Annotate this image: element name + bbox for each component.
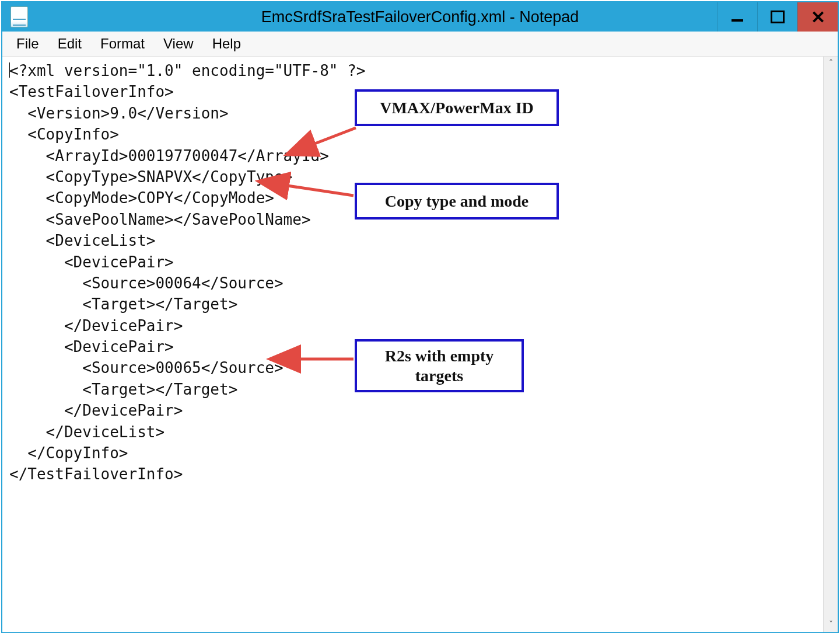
menu-view[interactable]: View xyxy=(154,33,203,54)
minimize-icon xyxy=(732,19,743,22)
arrow-arrayid xyxy=(302,126,358,150)
notepad-icon xyxy=(10,6,28,27)
xml-arrayid: <ArrayId>000197700047</ArrayId> xyxy=(9,147,329,165)
arrow-devices xyxy=(287,353,357,365)
menu-file[interactable]: File xyxy=(7,33,48,54)
xml-copytype: <CopyType>SNAPVX</CopyType> xyxy=(9,168,292,186)
xml-dp2-tgt: <Target></Target> xyxy=(9,381,237,398)
maximize-button[interactable] xyxy=(757,2,797,32)
callout-arrayid: VMAX/PowerMax ID xyxy=(355,89,559,126)
vertical-scrollbar[interactable]: ˄ ˅ xyxy=(823,57,838,632)
minimize-button[interactable] xyxy=(717,2,757,32)
menu-help[interactable]: Help xyxy=(203,33,250,54)
xml-version: <Version>9.0</Version> xyxy=(9,104,229,122)
callout-devices-text: R2s with empty targets xyxy=(385,347,494,385)
xml-copyinfo-close: </CopyInfo> xyxy=(9,444,128,462)
close-button[interactable]: ✕ xyxy=(797,2,838,32)
xml-copymode: <CopyMode>COPY</CopyMode> xyxy=(9,189,274,207)
callout-devices: R2s with empty targets xyxy=(355,339,524,392)
xml-root-close: </TestFailoverInfo> xyxy=(9,465,183,483)
svg-line-3 xyxy=(284,185,354,196)
arrow-copy xyxy=(275,178,357,201)
xml-copyinfo-open: <CopyInfo> xyxy=(9,126,119,143)
callout-copy-text: Copy type and mode xyxy=(385,192,529,210)
xml-devicelist-close: </DeviceList> xyxy=(9,423,164,441)
maximize-icon xyxy=(771,11,785,23)
xml-dp2-src: <Source>00065</Source> xyxy=(9,359,284,377)
titlebar[interactable]: EmcSrdfSraTestFailoverConfig.xml - Notep… xyxy=(2,2,838,32)
notepad-window: EmcSrdfSraTestFailoverConfig.xml - Notep… xyxy=(1,1,839,633)
xml-savepool: <SavePoolName></SavePoolName> xyxy=(9,211,311,228)
callout-arrayid-text: VMAX/PowerMax ID xyxy=(380,99,534,117)
scroll-down-button[interactable]: ˅ xyxy=(824,618,838,632)
xml-dp1-tgt: <Target></Target> xyxy=(9,295,237,313)
menu-edit[interactable]: Edit xyxy=(48,33,91,54)
window-title: EmcSrdfSraTestFailoverConfig.xml - Notep… xyxy=(2,8,838,26)
menu-format[interactable]: Format xyxy=(91,33,154,54)
xml-dp2-close: </DevicePair> xyxy=(9,402,183,419)
window-button-group: ✕ xyxy=(717,2,838,32)
xml-root-open: <TestFailoverInfo> xyxy=(9,83,174,100)
text-area[interactable]: <?xml version="1.0" encoding="UTF-8" ?> … xyxy=(2,57,838,632)
scroll-up-button[interactable]: ˄ xyxy=(824,57,838,71)
menubar: File Edit Format View Help xyxy=(2,32,838,57)
close-icon: ✕ xyxy=(811,7,825,27)
xml-dp1-src: <Source>00064</Source> xyxy=(9,274,284,292)
callout-copy: Copy type and mode xyxy=(355,183,559,220)
xml-dp1-open: <DevicePair> xyxy=(9,253,174,271)
xml-dp1-close: </DevicePair> xyxy=(9,317,183,335)
xml-dp2-open: <DevicePair> xyxy=(9,338,174,356)
svg-line-1 xyxy=(310,128,356,145)
xml-devicelist-open: <DeviceList> xyxy=(9,232,155,249)
xml-decl: <?xml version="1.0" encoding="UTF-8" ?> xyxy=(9,62,365,79)
